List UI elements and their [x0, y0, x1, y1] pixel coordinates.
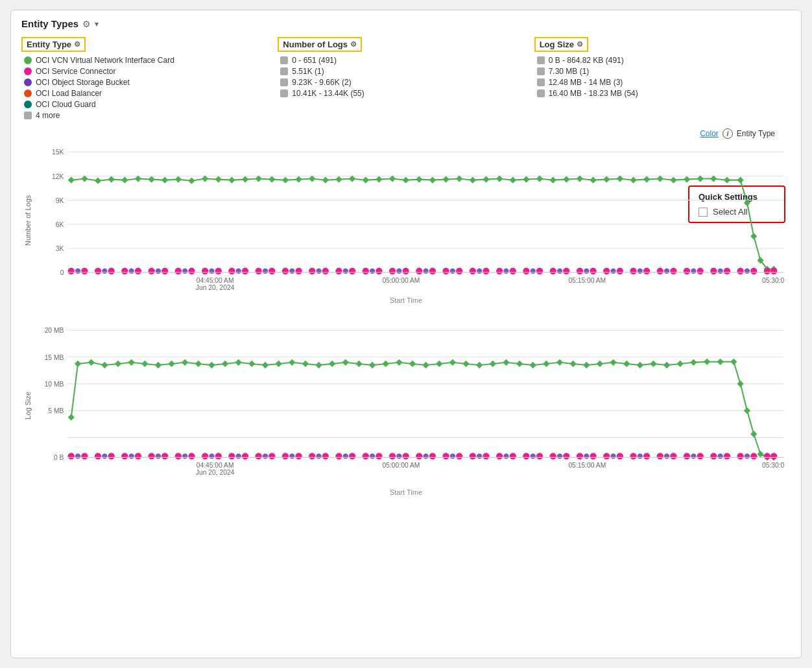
entity-storage-label: OCI Object Storage Bucket — [36, 78, 130, 87]
svg-point-293 — [531, 453, 536, 459]
svg-marker-37 — [403, 176, 409, 183]
svg-point-253 — [483, 453, 489, 459]
svg-point-292 — [503, 453, 508, 459]
svg-text:Jun 20, 2024: Jun 20, 2024 — [196, 469, 235, 476]
svg-marker-197 — [490, 361, 496, 367]
svg-marker-192 — [422, 362, 429, 368]
svg-point-140 — [557, 268, 562, 274]
header: Entity Types ⚙ ▾ — [21, 18, 791, 29]
orange-dot — [24, 89, 32, 97]
entity-type-label: Entity Type — [27, 40, 71, 49]
list-item: 12.48 MB - 14 MB (3) — [534, 78, 791, 87]
svg-point-134 — [396, 268, 401, 274]
svg-point-107 — [590, 268, 596, 274]
svg-point-236 — [256, 453, 262, 459]
svg-point-273 — [750, 453, 757, 459]
svg-marker-53 — [617, 175, 623, 182]
svg-marker-39 — [429, 176, 436, 183]
logs-range-2: 9.23K - 9.66K (2) — [292, 78, 351, 87]
size-dot-2 — [537, 78, 545, 86]
legend-col-num-logs: Number of Logs ⚙ 0 - 651 (491) 5.51K (1)… — [278, 37, 534, 122]
header-dropdown-arrow[interactable]: ▾ — [95, 19, 99, 29]
logs-dot-1 — [280, 67, 288, 75]
chart1-y-label: Number of Logs — [21, 145, 34, 295]
svg-point-297 — [638, 453, 643, 459]
svg-point-79 — [215, 268, 222, 274]
svg-point-230 — [175, 453, 182, 459]
legend-section: Entity Type ⚙ OCI VCN Virtual Network In… — [21, 37, 791, 122]
svg-marker-34 — [363, 176, 369, 183]
svg-marker-43 — [483, 176, 489, 182]
entity-type-gear-icon[interactable]: ⚙ — [74, 40, 80, 49]
svg-point-75 — [161, 268, 168, 274]
svg-marker-190 — [396, 359, 402, 366]
svg-marker-212 — [690, 359, 697, 366]
header-gear-icon[interactable]: ⚙ — [82, 19, 91, 29]
svg-point-255 — [510, 453, 516, 459]
svg-marker-181 — [275, 361, 281, 367]
svg-point-84 — [282, 268, 289, 274]
svg-marker-199 — [516, 361, 523, 367]
svg-marker-26 — [256, 175, 262, 182]
svg-point-261 — [590, 453, 596, 459]
svg-point-77 — [188, 268, 195, 274]
svg-point-89 — [349, 268, 355, 274]
svg-marker-169 — [115, 361, 121, 367]
svg-point-127 — [209, 268, 214, 274]
info-icon[interactable]: i — [722, 128, 733, 139]
svg-marker-216 — [737, 381, 743, 387]
log-size-gear-icon[interactable]: ⚙ — [577, 40, 583, 49]
svg-marker-41 — [456, 175, 462, 182]
svg-point-122 — [75, 268, 80, 274]
svg-marker-213 — [704, 359, 710, 365]
svg-marker-173 — [168, 361, 174, 367]
num-logs-gear-icon[interactable]: ⚙ — [350, 40, 357, 49]
svg-point-129 — [263, 268, 268, 274]
svg-point-98 — [470, 268, 476, 274]
svg-point-267 — [670, 453, 676, 459]
logs-dot-3 — [280, 89, 288, 97]
svg-point-119 — [750, 268, 757, 274]
svg-point-100 — [496, 268, 503, 274]
svg-text:0: 0 — [60, 269, 64, 276]
chart1-inner: 15K 12K 9K 6K 3K 0 — [34, 145, 791, 295]
svg-point-133 — [370, 268, 375, 274]
svg-marker-54 — [630, 176, 636, 183]
svg-point-300 — [718, 453, 723, 459]
list-item: 5.51K (1) — [278, 67, 534, 76]
svg-text:6K: 6K — [56, 221, 64, 228]
logs-dot-0 — [280, 56, 288, 64]
svg-marker-44 — [496, 175, 503, 182]
svg-marker-194 — [449, 359, 456, 366]
color-link[interactable]: Color — [700, 129, 719, 138]
svg-point-96 — [442, 268, 449, 274]
entity-connector-label: OCI Service Connector — [36, 67, 115, 76]
svg-marker-57 — [670, 176, 676, 183]
svg-point-68 — [68, 268, 75, 274]
list-item: 9.23K - 9.66K (2) — [278, 78, 534, 87]
svg-point-90 — [363, 268, 369, 274]
svg-marker-217 — [744, 407, 750, 414]
svg-point-144 — [664, 268, 669, 274]
svg-marker-35 — [376, 176, 382, 182]
logs-dot-2 — [280, 78, 288, 86]
svg-point-106 — [577, 268, 583, 274]
main-container: Entity Types ⚙ ▾ Entity Type ⚙ OCI VCN V… — [10, 10, 802, 658]
svg-marker-31 — [322, 176, 329, 183]
svg-text:9K: 9K — [56, 197, 64, 204]
svg-point-73 — [135, 268, 141, 274]
svg-point-257 — [536, 453, 543, 459]
size-range-1: 7.30 MB (1) — [549, 67, 590, 76]
svg-point-285 — [316, 453, 321, 459]
svg-marker-206 — [610, 359, 616, 366]
svg-point-265 — [643, 453, 650, 459]
svg-point-99 — [483, 268, 489, 274]
svg-point-235 — [242, 453, 248, 459]
svg-marker-12 — [68, 176, 75, 183]
num-logs-label: Number of Logs — [283, 40, 348, 49]
svg-point-130 — [289, 268, 294, 274]
list-item: 16.40 MB - 18.23 MB (54) — [534, 89, 791, 98]
svg-point-229 — [161, 453, 168, 459]
svg-marker-193 — [436, 361, 442, 367]
svg-marker-38 — [416, 176, 422, 182]
